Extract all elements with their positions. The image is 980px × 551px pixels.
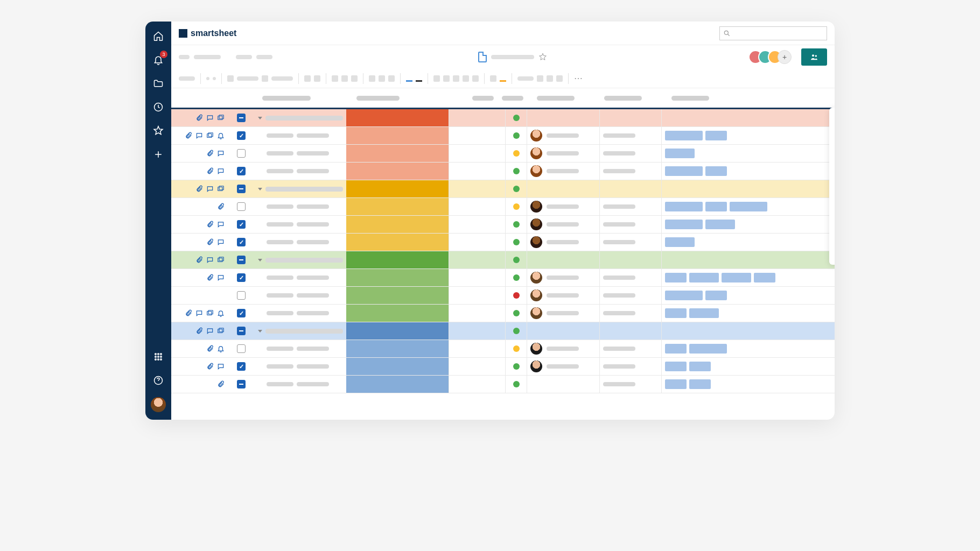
task-name[interactable] bbox=[267, 222, 293, 227]
toolbar-button[interactable] bbox=[388, 75, 395, 82]
attach-icon[interactable] bbox=[206, 221, 214, 228]
column-header[interactable] bbox=[356, 96, 400, 101]
date-value[interactable] bbox=[603, 347, 635, 351]
date-value[interactable] bbox=[603, 169, 635, 173]
tag-pill[interactable] bbox=[665, 202, 703, 211]
share-button[interactable] bbox=[801, 48, 827, 66]
task-name[interactable] bbox=[267, 240, 293, 244]
comment-icon[interactable] bbox=[206, 114, 214, 122]
tag-pill[interactable] bbox=[665, 273, 687, 282]
comment-icon[interactable] bbox=[217, 363, 225, 370]
comment-icon[interactable] bbox=[217, 274, 225, 281]
task-name[interactable] bbox=[267, 311, 293, 315]
date-value[interactable] bbox=[603, 311, 635, 315]
tag-pill[interactable] bbox=[705, 220, 735, 229]
color-cell[interactable] bbox=[346, 251, 449, 269]
status-dot[interactable] bbox=[513, 328, 520, 334]
comment-icon[interactable] bbox=[217, 150, 225, 157]
proof-icon[interactable] bbox=[217, 185, 225, 193]
cell[interactable] bbox=[449, 180, 505, 197]
table-row[interactable] bbox=[171, 251, 835, 269]
expand-caret-icon[interactable] bbox=[258, 188, 262, 190]
assignee-avatar[interactable] bbox=[530, 289, 542, 301]
tag-pill[interactable] bbox=[689, 379, 711, 389]
checkbox[interactable] bbox=[237, 380, 246, 388]
attach-icon[interactable] bbox=[195, 185, 203, 193]
status-dot[interactable] bbox=[513, 203, 520, 210]
toolbar-button[interactable] bbox=[351, 75, 358, 82]
status-dot[interactable] bbox=[513, 221, 520, 228]
favorites-icon[interactable] bbox=[151, 124, 165, 138]
date-value[interactable] bbox=[603, 364, 635, 369]
assignee-avatar[interactable] bbox=[530, 361, 542, 372]
tag-pill[interactable] bbox=[665, 362, 687, 371]
comment-icon[interactable] bbox=[206, 256, 214, 264]
color-cell[interactable] bbox=[346, 145, 449, 162]
apps-icon[interactable] bbox=[151, 350, 165, 364]
attach-icon[interactable] bbox=[185, 132, 192, 139]
comment-icon[interactable] bbox=[217, 167, 225, 175]
date-value[interactable] bbox=[603, 276, 635, 280]
favorite-star-icon[interactable] bbox=[538, 53, 547, 61]
task-name[interactable] bbox=[265, 116, 343, 121]
attach-icon[interactable] bbox=[206, 274, 214, 281]
tag-pill[interactable] bbox=[665, 149, 695, 158]
attach-icon[interactable] bbox=[206, 167, 214, 175]
color-cell[interactable] bbox=[346, 198, 449, 215]
status-dot[interactable] bbox=[513, 239, 520, 245]
color-cell[interactable] bbox=[346, 234, 449, 251]
tag-pill[interactable] bbox=[705, 131, 727, 140]
table-row[interactable] bbox=[171, 216, 835, 234]
comment-icon[interactable] bbox=[195, 132, 203, 139]
checkbox[interactable] bbox=[237, 220, 246, 229]
attach-icon[interactable] bbox=[217, 380, 225, 388]
attach-icon[interactable] bbox=[195, 114, 203, 122]
toolbar-more-icon[interactable]: ⋯ bbox=[574, 73, 583, 83]
reminder-icon[interactable] bbox=[217, 345, 225, 352]
cell[interactable] bbox=[449, 145, 505, 162]
app-logo[interactable]: smartsheet bbox=[179, 29, 236, 38]
toolbar-button[interactable] bbox=[227, 75, 234, 82]
status-dot[interactable] bbox=[513, 186, 520, 192]
table-row[interactable] bbox=[171, 269, 835, 287]
toolbar-button[interactable] bbox=[556, 75, 563, 82]
table-row[interactable] bbox=[171, 376, 835, 393]
toolbar-fill-color[interactable] bbox=[406, 75, 412, 82]
task-name[interactable] bbox=[267, 293, 293, 298]
home-icon[interactable] bbox=[151, 29, 165, 43]
breadcrumb-item[interactable] bbox=[194, 55, 221, 59]
attach-icon[interactable] bbox=[185, 309, 192, 317]
column-header[interactable] bbox=[671, 96, 709, 101]
cell[interactable] bbox=[449, 322, 505, 340]
color-cell[interactable] bbox=[346, 269, 449, 286]
color-cell[interactable] bbox=[346, 340, 449, 357]
status-dot[interactable] bbox=[513, 168, 520, 174]
tag-pill[interactable] bbox=[665, 166, 703, 176]
task-name[interactable] bbox=[267, 347, 293, 351]
proof-icon[interactable] bbox=[217, 327, 225, 335]
assignee-avatar[interactable] bbox=[530, 201, 542, 213]
reminder-icon[interactable] bbox=[217, 132, 225, 139]
tag-pill[interactable] bbox=[665, 344, 687, 354]
tag-pill[interactable] bbox=[754, 273, 775, 282]
checkbox[interactable] bbox=[237, 327, 246, 335]
date-value[interactable] bbox=[603, 240, 635, 244]
add-icon[interactable] bbox=[151, 147, 165, 161]
task-name[interactable] bbox=[265, 329, 343, 334]
cell[interactable] bbox=[449, 198, 505, 215]
assignee-avatar[interactable] bbox=[530, 343, 542, 355]
toolbar-button[interactable] bbox=[490, 75, 496, 82]
attach-icon[interactable] bbox=[206, 150, 214, 157]
cell[interactable] bbox=[449, 287, 505, 304]
toolbar-button[interactable] bbox=[537, 75, 543, 82]
checkbox[interactable] bbox=[237, 167, 246, 175]
assignee-avatar[interactable] bbox=[530, 236, 542, 248]
checkbox[interactable] bbox=[237, 256, 246, 264]
color-cell[interactable] bbox=[346, 287, 449, 304]
date-value[interactable] bbox=[603, 222, 635, 227]
proof-icon[interactable] bbox=[217, 256, 225, 264]
search-input[interactable] bbox=[719, 26, 827, 40]
toolbar-button[interactable] bbox=[206, 77, 209, 80]
checkbox[interactable] bbox=[237, 149, 246, 158]
color-cell[interactable] bbox=[346, 305, 449, 322]
